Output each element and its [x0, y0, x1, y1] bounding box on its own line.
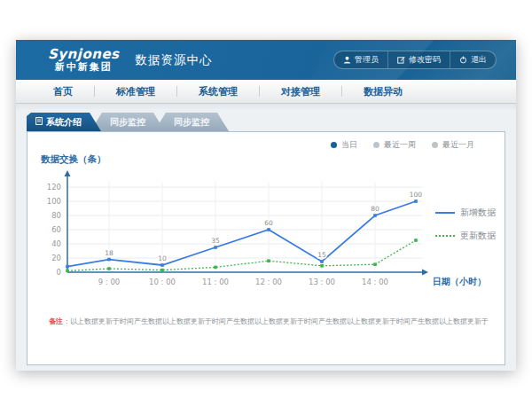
svg-text:35: 35	[211, 237, 220, 245]
nav-item-interface-management[interactable]: 对接管理	[260, 85, 341, 98]
main-nav: 首页 标准管理 系统管理 对接管理 数据异动	[16, 80, 516, 104]
svg-text:60: 60	[51, 225, 61, 234]
legend-new-data-label: 新增数据	[460, 207, 496, 219]
synjones-logo: Synjones 新中新集团	[48, 47, 120, 73]
admin-user-label: 管理员	[355, 54, 379, 66]
svg-text:10: 10	[158, 254, 167, 262]
logo-brand: Synjones	[48, 47, 120, 62]
svg-text:0: 0	[57, 268, 61, 277]
svg-text:12 : 00: 12 : 00	[255, 278, 282, 286]
svg-text:60: 60	[264, 219, 273, 227]
user-icon	[343, 56, 351, 64]
power-icon	[459, 56, 467, 64]
nav-item-standard-management[interactable]: 标准管理	[95, 85, 176, 98]
content-panel: 当日 最近一周 最近一月 数据交换（条） 0204060801001209 : …	[27, 131, 505, 365]
svg-text:120: 120	[47, 183, 61, 192]
svg-text:日期（小时）: 日期（小时）	[433, 277, 486, 286]
svg-text:9 : 00: 9 : 00	[98, 278, 121, 286]
svg-text:20: 20	[51, 254, 61, 262]
logout-button[interactable]: 退出	[450, 51, 496, 68]
svg-text:18: 18	[105, 249, 113, 257]
document-icon	[35, 117, 43, 127]
legend-item-new-data: 新增数据	[435, 207, 496, 219]
user-menu: 管理员 修改密码 退出	[333, 51, 497, 69]
tab-sync-monitor-2[interactable]: 同步监控	[154, 113, 229, 131]
tab-system-intro[interactable]: 系统介绍	[27, 113, 101, 131]
tab-sync-monitor-1[interactable]: 同步监控	[90, 113, 165, 131]
legend-item-updated-data: 更新数据	[435, 230, 496, 242]
legend-updated-data-label: 更新数据	[460, 230, 496, 242]
logout-label: 退出	[471, 54, 487, 66]
nav-item-system-management[interactable]: 系统管理	[177, 85, 259, 98]
svg-text:14 : 00: 14 : 00	[362, 278, 388, 286]
change-password-label: 修改密码	[409, 54, 441, 66]
solid-line-icon	[435, 212, 455, 214]
svg-text:13 : 00: 13 : 00	[309, 278, 335, 286]
tab-label: 同步监控	[174, 116, 209, 129]
svg-text:40: 40	[51, 239, 61, 248]
logo-company-name: 新中新集团	[48, 62, 120, 73]
chart-svg: 0204060801001209 : 0010 : 0011 : 0012 : …	[27, 132, 505, 364]
app-title: 数据资源中心	[136, 52, 213, 68]
content-area: 系统介绍 同步监控 同步监控 当日 最近一周	[16, 104, 516, 371]
svg-text:10 : 00: 10 : 00	[149, 278, 176, 286]
tab-label: 同步监控	[110, 116, 145, 129]
footnote-label: 备注	[49, 317, 63, 325]
change-password-button[interactable]: 修改密码	[387, 51, 450, 68]
tab-bar: 系统介绍 同步监控 同步监控	[27, 113, 505, 131]
tab-label: 系统介绍	[46, 116, 82, 129]
nav-item-data-change[interactable]: 数据异动	[342, 85, 424, 98]
dotted-line-icon	[435, 235, 455, 237]
chart-legend: 新增数据 更新数据	[435, 207, 496, 242]
svg-text:80: 80	[51, 211, 61, 220]
app-header: Synjones 新中新集团 数据资源中心 管理员 修改密码 退出	[16, 40, 516, 80]
svg-text:15: 15	[317, 251, 326, 259]
app-window: Synjones 新中新集团 数据资源中心 管理员 修改密码 退出	[16, 40, 516, 371]
edit-icon	[397, 56, 405, 64]
svg-text:100: 100	[47, 197, 61, 206]
nav-item-home[interactable]: 首页	[32, 85, 94, 98]
svg-text:80: 80	[371, 205, 379, 213]
footnote: 备注：以上数据更新于时间产生数据以上数据更新于时间产生数据以上数据更新于时间产生…	[49, 317, 496, 326]
svg-text:100: 100	[410, 191, 423, 199]
admin-user-button[interactable]: 管理员	[334, 51, 387, 68]
svg-text:11 : 00: 11 : 00	[202, 278, 229, 286]
footnote-text: ：以上数据更新于时间产生数据以上数据更新于时间产生数据以上数据更新于时间产生数据…	[63, 317, 489, 325]
